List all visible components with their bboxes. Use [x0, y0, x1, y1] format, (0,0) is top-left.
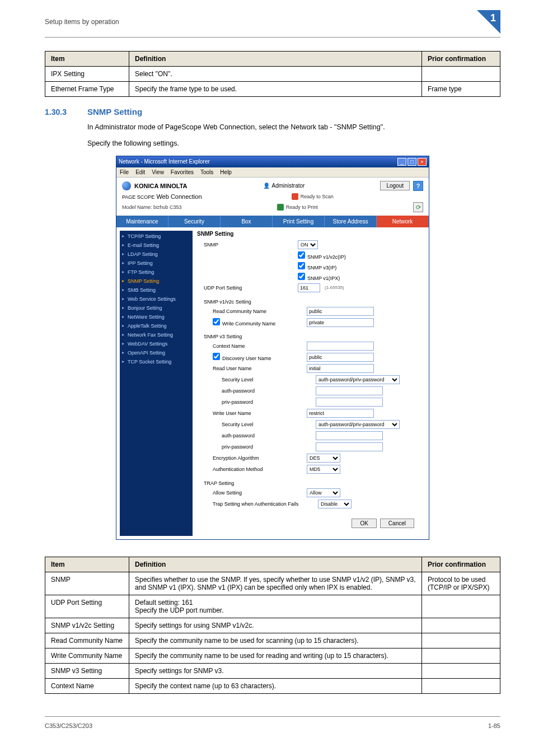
section-number: 1.30.3: [45, 108, 72, 116]
context-name-label: Context Name: [213, 343, 302, 349]
snmp-v3-ip-checkbox[interactable]: SNMP v3(IP): [298, 262, 336, 270]
udp-port-input[interactable]: [298, 283, 320, 292]
ie-menubar: File Edit View Favorites Tools Help: [116, 167, 429, 178]
auth-password-label-2: auth-password: [222, 433, 311, 438]
sidebar-item-tcpip[interactable]: TCP/IP Setting: [120, 232, 193, 241]
menu-edit[interactable]: Edit: [135, 169, 145, 175]
discovery-user-input[interactable]: [307, 353, 374, 362]
th-prior: Prior confirmation: [422, 52, 500, 67]
sidebar-item-webdav[interactable]: WebDAV Settings: [120, 339, 193, 348]
menu-tools[interactable]: Tools: [200, 169, 213, 175]
sidebar-item-email[interactable]: E-mail Setting: [120, 241, 193, 250]
write-community-input[interactable]: [307, 318, 374, 327]
write-user-input[interactable]: [307, 409, 374, 418]
window-titlebar: Network - Microsoft Internet Explorer _ …: [116, 156, 429, 167]
tab-box[interactable]: Box: [221, 216, 273, 227]
content-panel: SNMP Setting SNMP ON SNMP v1/v2c(IP) SNM…: [197, 231, 425, 536]
sidebar-item-tcpsocket[interactable]: TCP Socket Setting: [120, 357, 193, 366]
trap-fail-label: Trap Setting when Authentication Fails: [213, 501, 313, 507]
tab-store-address[interactable]: Store Address: [325, 216, 377, 227]
tab-network[interactable]: Network: [377, 216, 429, 227]
sidebar-item-netware[interactable]: NetWare Setting: [120, 312, 193, 321]
sidebar-item-networkfax[interactable]: Network Fax Setting: [120, 330, 193, 339]
snmp-select[interactable]: ON: [298, 240, 318, 249]
sidebar-item-openapi[interactable]: OpenAPI Setting: [120, 348, 193, 357]
ok-button[interactable]: OK: [352, 519, 376, 528]
ready-print-label: Ready to Print: [286, 204, 318, 210]
read-user-input[interactable]: [307, 364, 374, 373]
brand-label: KONICA MINOLTA: [134, 183, 188, 189]
tab-print-setting[interactable]: Print Setting: [273, 216, 325, 227]
close-icon[interactable]: ×: [418, 158, 427, 166]
sidebar-item-ftp[interactable]: FTP Setting: [120, 268, 193, 277]
sidebar-item-webservice[interactable]: Web Service Settings: [120, 295, 193, 304]
scan-status-icon: [292, 193, 298, 200]
allow-setting-select[interactable]: Allow: [307, 488, 340, 497]
v1v2c-heading: SNMP v1/v2c Setting: [204, 299, 293, 305]
table-row: IPX Setting Select "ON".: [45, 67, 500, 82]
trap-heading: TRAP Setting: [204, 480, 293, 486]
sidebar-item-snmp[interactable]: SNMP Setting: [120, 277, 193, 286]
minimize-icon[interactable]: _: [397, 158, 406, 166]
logout-button[interactable]: Logout: [380, 181, 410, 190]
read-user-label: Read User Name: [213, 366, 302, 371]
read-community-input[interactable]: [307, 307, 374, 316]
model-name: Model Name: bizhub C353: [122, 204, 182, 210]
menu-view[interactable]: View: [152, 169, 164, 175]
tab-security[interactable]: Security: [168, 216, 221, 227]
menu-help[interactable]: Help: [220, 169, 232, 175]
table-row: Write Community Name Specify the communi…: [45, 648, 500, 663]
table-row: Ethernet Frame Type Specify the frame ty…: [45, 82, 500, 97]
cell-item: IPX Setting: [45, 67, 129, 82]
security-level-label-2: Security Level: [222, 422, 311, 427]
th-definition: Definition: [129, 557, 422, 572]
snmp-v1-ipx-checkbox[interactable]: SNMP v1(IPX): [298, 273, 340, 281]
header-rule: [45, 37, 500, 38]
auth-password-input-1[interactable]: [316, 386, 383, 395]
table-row: SNMP v3 Setting Specify settings for SNM…: [45, 663, 500, 678]
cell-prior: [422, 663, 500, 678]
encryption-algorithm-select[interactable]: DES: [307, 454, 340, 463]
snmp-v1v2c-ip-checkbox[interactable]: SNMP v1/v2c(IP): [298, 251, 346, 260]
context-name-input[interactable]: [307, 342, 374, 351]
footer-right: 1-85: [488, 722, 500, 729]
authentication-method-select[interactable]: MD5: [307, 465, 340, 474]
th-definition: Definition: [129, 52, 422, 67]
cell-def: Specify settings for using SNMP v1/v2c.: [129, 618, 422, 633]
cell-item: Write Community Name: [45, 648, 129, 663]
cancel-button[interactable]: Cancel: [380, 519, 414, 528]
trap-fail-select[interactable]: Disable: [318, 500, 352, 508]
sidebar-item-ldap[interactable]: LDAP Setting: [120, 250, 193, 259]
allow-setting-label: Allow Setting: [213, 490, 302, 496]
cell-def: Specify the community name to be used fo…: [129, 633, 422, 648]
tab-maintenance[interactable]: Maintenance: [116, 216, 168, 227]
discovery-user-checkbox[interactable]: Discovery User Name: [213, 353, 302, 361]
table-row: UDP Port Setting Default setting: 161 Sp…: [45, 595, 500, 618]
security-level-select-1[interactable]: auth-password/priv-password: [316, 375, 400, 384]
security-level-select-2[interactable]: auth-password/priv-password: [316, 420, 400, 429]
auth-password-input-2[interactable]: [316, 431, 383, 440]
maximize-icon[interactable]: □: [407, 158, 416, 166]
cell-item: Ethernet Frame Type: [45, 82, 129, 97]
menu-file[interactable]: File: [120, 169, 129, 175]
sidebar: TCP/IP Setting E-mail Setting LDAP Setti…: [120, 231, 193, 536]
cell-item: UDP Port Setting: [45, 595, 129, 618]
write-community-checkbox[interactable]: Write Community Name: [213, 318, 302, 326]
page-corner-number: 1: [490, 10, 500, 24]
cell-def: Specify the community name to be used fo…: [129, 648, 422, 663]
help-icon[interactable]: ?: [413, 181, 423, 191]
priv-password-input-2[interactable]: [316, 442, 383, 451]
sidebar-item-smb[interactable]: SMB Setting: [120, 286, 193, 295]
cell-prior: [422, 678, 500, 693]
sidebar-item-ipp[interactable]: IPP Setting: [120, 259, 193, 268]
cell-prior: [422, 633, 500, 648]
pagescope-label: PAGE SCOPE Web Connection: [122, 193, 202, 200]
read-community-label: Read Community Name: [213, 309, 302, 314]
sidebar-item-appletalk[interactable]: AppleTalk Setting: [120, 321, 193, 330]
reload-icon[interactable]: ⟳: [413, 202, 423, 212]
priv-password-input-1[interactable]: [316, 398, 383, 407]
cell-item: SNMP: [45, 572, 129, 595]
auth-password-label-1: auth-password: [222, 388, 311, 394]
sidebar-item-bonjour[interactable]: Bonjour Setting: [120, 304, 193, 312]
menu-favorites[interactable]: Favorites: [171, 169, 194, 175]
